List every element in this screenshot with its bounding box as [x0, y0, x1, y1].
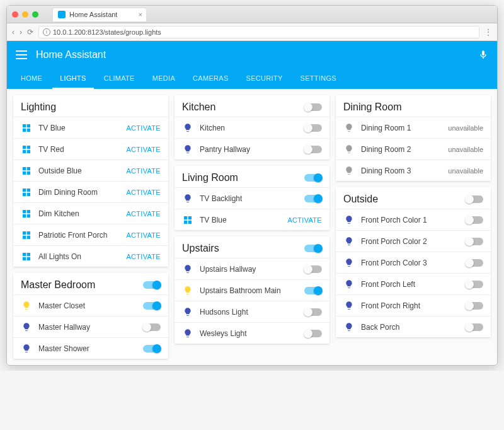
- app-title: Home Assistant: [36, 49, 106, 61]
- window-min-icon[interactable]: [22, 11, 28, 18]
- card-title: Master Bedroom: [21, 279, 95, 291]
- light-row[interactable]: Front Porch Right: [336, 294, 491, 316]
- window-close-icon[interactable]: [12, 11, 18, 18]
- light-row[interactable]: Upstairs Hallway: [175, 258, 329, 279]
- light-row[interactable]: Master Shower: [13, 337, 168, 359]
- close-tab-icon[interactable]: ×: [139, 11, 142, 18]
- light-toggle[interactable]: [466, 216, 483, 224]
- tab-security[interactable]: SECURITY: [239, 69, 290, 89]
- bulb-icon: [343, 322, 355, 333]
- activate-button[interactable]: ACTIVATE: [126, 189, 161, 196]
- bulb-icon: [182, 328, 193, 339]
- row-label: TV Red: [38, 145, 120, 154]
- light-row[interactable]: Front Porch Color 3: [336, 252, 491, 273]
- light-toggle[interactable]: [304, 330, 322, 337]
- scene-row[interactable]: TV RedACTIVATE: [13, 138, 168, 160]
- light-toggle[interactable]: [466, 259, 483, 267]
- light-row[interactable]: Front Porch Color 1: [336, 209, 491, 230]
- scene-row[interactable]: Dim Dining RoomACTIVATE: [13, 181, 168, 202]
- row-label: Patriotic Front Porch: [38, 231, 120, 240]
- group-toggle[interactable]: [466, 195, 483, 203]
- light-row[interactable]: Dining Room 2unavailable: [336, 138, 491, 160]
- card-title: Outside: [343, 194, 378, 205]
- light-toggle[interactable]: [466, 323, 483, 331]
- scene-row[interactable]: Outside BlueACTIVATE: [13, 160, 168, 181]
- light-row[interactable]: Hudsons Light: [175, 301, 329, 322]
- scene-row[interactable]: Dim KitchenACTIVATE: [13, 202, 168, 224]
- nav-tabs: HOME LIGHTS CLIMATE MEDIA CAMERAS SECURI…: [7, 69, 497, 89]
- group-toggle[interactable]: [304, 103, 322, 111]
- light-row[interactable]: Front Porch Color 2: [336, 230, 491, 252]
- light-toggle[interactable]: [304, 308, 322, 316]
- reload-icon[interactable]: ⟳: [27, 28, 33, 37]
- row-label: Upstairs Bathroom Main: [200, 286, 298, 295]
- light-toggle[interactable]: [304, 146, 322, 153]
- scene-row[interactable]: TV BlueACTIVATE: [175, 209, 329, 230]
- activate-button[interactable]: ACTIVATE: [126, 231, 161, 239]
- tab-settings[interactable]: SETTINGS: [293, 69, 344, 89]
- light-row[interactable]: Upstairs Bathroom Main: [175, 279, 329, 301]
- light-toggle[interactable]: [143, 323, 161, 331]
- tab-cameras[interactable]: CAMERAS: [185, 69, 236, 89]
- bulb-icon: [343, 279, 355, 290]
- light-toggle[interactable]: [466, 302, 483, 310]
- activate-button[interactable]: ACTIVATE: [126, 124, 161, 132]
- row-label: Back Porch: [361, 323, 459, 332]
- browser-menu-icon[interactable]: ⋮: [484, 28, 492, 37]
- row-label: Outside Blue: [38, 166, 120, 175]
- light-toggle[interactable]: [143, 345, 161, 352]
- light-row[interactable]: Wesleys Light: [175, 322, 329, 344]
- scene-row[interactable]: TV BlueACTIVATE: [13, 117, 168, 138]
- light-toggle[interactable]: [304, 287, 322, 294]
- row-label: Pantry Hallway: [200, 145, 298, 154]
- light-toggle[interactable]: [466, 281, 483, 288]
- light-row[interactable]: Kitchen: [175, 117, 329, 138]
- light-row[interactable]: TV Backlight: [175, 187, 329, 209]
- light-row[interactable]: Master Closet: [13, 294, 168, 316]
- forward-icon[interactable]: ›: [20, 28, 22, 37]
- activate-button[interactable]: ACTIVATE: [126, 167, 161, 175]
- tab-home[interactable]: HOME: [13, 69, 50, 89]
- activate-button[interactable]: ACTIVATE: [126, 146, 161, 153]
- site-info-icon[interactable]: i: [43, 28, 50, 36]
- light-row[interactable]: Dining Room 1unavailable: [336, 117, 491, 138]
- light-toggle[interactable]: [304, 265, 322, 273]
- card-lighting: Lighting TV BlueACTIVATE TV RedACTIVATE …: [13, 95, 168, 267]
- scene-row[interactable]: All Lights OnACTIVATE: [13, 245, 168, 267]
- row-label: Upstairs Hallway: [200, 265, 298, 274]
- scene-icon: [182, 214, 193, 226]
- activate-button[interactable]: ACTIVATE: [126, 210, 161, 218]
- tab-media[interactable]: MEDIA: [145, 69, 183, 89]
- light-row[interactable]: Pantry Hallway: [175, 138, 329, 160]
- activate-button[interactable]: ACTIVATE: [126, 253, 161, 260]
- tab-climate[interactable]: CLIMATE: [96, 69, 142, 89]
- status-unavailable: unavailable: [448, 146, 483, 153]
- light-row[interactable]: Back Porch: [336, 316, 491, 337]
- scene-row[interactable]: Patriotic Front PorchACTIVATE: [13, 224, 168, 245]
- light-toggle[interactable]: [466, 238, 483, 245]
- dashboard: Lighting TV BlueACTIVATE TV RedACTIVATE …: [7, 89, 497, 365]
- activate-button[interactable]: ACTIVATE: [287, 216, 322, 224]
- group-toggle[interactable]: [143, 281, 161, 289]
- window-max-icon[interactable]: [32, 11, 38, 18]
- light-toggle[interactable]: [304, 124, 322, 132]
- url-input[interactable]: i 10.0.1.200:8123/states/group.lights: [38, 26, 479, 38]
- light-row[interactable]: Dining Room 3unavailable: [336, 160, 491, 181]
- back-icon[interactable]: ‹: [12, 28, 14, 37]
- light-row[interactable]: Front Porch Left: [336, 273, 491, 294]
- row-label: Wesleys Light: [200, 329, 298, 338]
- row-label: Dining Room 2: [361, 145, 442, 154]
- card-living-room: Living Room TV Backlight TV BlueACTIVATE: [175, 166, 329, 230]
- light-toggle[interactable]: [143, 302, 161, 310]
- card-kitchen: Kitchen Kitchen Pantry Hallway: [175, 95, 329, 160]
- status-unavailable: unavailable: [448, 124, 483, 132]
- light-row[interactable]: Master Hallway: [13, 316, 168, 337]
- group-toggle[interactable]: [304, 245, 322, 252]
- group-toggle[interactable]: [304, 174, 322, 182]
- browser-tab[interactable]: Home Assistant ×: [52, 8, 147, 21]
- light-toggle[interactable]: [304, 195, 322, 202]
- menu-icon[interactable]: [16, 50, 27, 59]
- tab-lights[interactable]: LIGHTS: [52, 69, 94, 89]
- row-label: TV Blue: [38, 124, 120, 132]
- voice-icon[interactable]: [478, 50, 488, 60]
